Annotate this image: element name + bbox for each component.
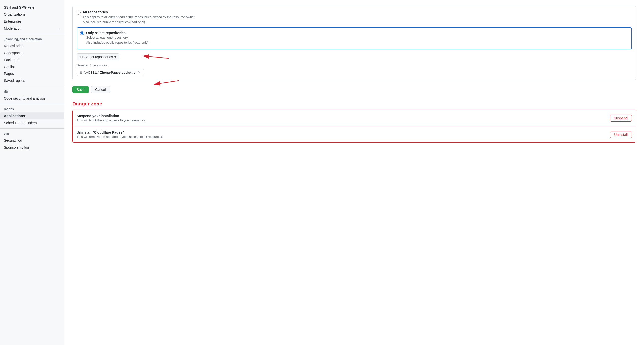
repository-access-card: All repositories This applies to all cur…: [72, 6, 636, 80]
uninstall-row: Uninstall "Cloudflare Pages" This will r…: [73, 126, 636, 142]
selected-repo-tag: ⊟ AACS111/Zheng-Pages-docker.io ✕: [77, 69, 144, 76]
repo-tag-prefix: AACS111/: [84, 71, 99, 75]
desc-text-1: This applies to all current: [82, 15, 118, 19]
sidebar-item-ssh-gpg-keys[interactable]: SSH and GPG keys: [0, 4, 64, 11]
sidebar-item-codespaces[interactable]: Codespaces: [0, 49, 64, 56]
all-repositories-label-container: All repositories This applies to all cur…: [82, 10, 196, 24]
repo-tag-name: Zheng-Pages-docker.io: [100, 71, 136, 75]
sidebar-item-packages[interactable]: Packages: [0, 56, 64, 63]
sidebar-item-sponsorship-log[interactable]: Sponsorship log: [0, 144, 64, 151]
only-select-description: Select at least one repository. Also inc…: [86, 35, 149, 45]
sidebar-item-copilot[interactable]: Copilot: [0, 63, 64, 70]
section-header-security: rity: [0, 88, 64, 95]
only-select-label-container: Only select repositories Select at least…: [86, 31, 149, 45]
sidebar-item-enterprises[interactable]: Enterprises: [0, 18, 64, 25]
only-select-desc-1: Select at least one repository.: [86, 36, 128, 40]
suspend-description: This will block the app access to your r…: [77, 118, 146, 122]
danger-zone-section: Danger zone Suspend your installation Th…: [72, 101, 636, 143]
save-button[interactable]: Save: [72, 86, 89, 93]
all-repositories-option: All repositories This applies to all cur…: [77, 10, 632, 24]
select-repos-dropdown-icon: ▾: [114, 55, 116, 59]
only-select-radio[interactable]: [80, 31, 84, 35]
uninstall-title: Uninstall "Cloudflare Pages": [77, 130, 163, 134]
sidebar-item-moderation[interactable]: Moderation ∨: [0, 25, 64, 32]
section-header-archives: ves: [0, 131, 64, 137]
sidebar-divider-2: [0, 86, 64, 86]
only-select-option: Only select repositories Select at least…: [80, 31, 628, 45]
main-content: All repositories This applies to all cur…: [64, 0, 644, 345]
svg-line-3: [154, 81, 178, 84]
sidebar-item-scheduled-reminders[interactable]: Scheduled reminders: [0, 119, 64, 126]
sidebar-item-saved-replies[interactable]: Saved replies: [0, 77, 64, 84]
form-actions: Save Cancel: [72, 86, 636, 93]
all-repositories-label: All repositories: [82, 10, 196, 14]
sidebar-item-organizations[interactable]: Organizations: [0, 11, 64, 18]
sidebar-item-applications[interactable]: Applications: [0, 112, 64, 119]
uninstall-description: This will remove the app and revoke acce…: [77, 135, 163, 139]
desc-text-2: future repositories owned by the resourc…: [126, 15, 195, 19]
sidebar-divider-1: [0, 34, 64, 34]
sidebar-divider-3: [0, 104, 64, 104]
desc-text-3: Also includes public repositories (read-…: [82, 20, 146, 24]
danger-zone-card: Suspend your installation This will bloc…: [72, 110, 636, 143]
cancel-button[interactable]: Cancel: [91, 86, 110, 93]
suspend-title: Suspend your installation: [77, 114, 146, 118]
moderation-label: Moderation: [4, 26, 21, 30]
suspend-info: Suspend your installation This will bloc…: [77, 114, 146, 122]
remove-repo-button[interactable]: ✕: [137, 71, 141, 75]
uninstall-info: Uninstall "Cloudflare Pages" This will r…: [77, 130, 163, 139]
only-select-repositories-box: Only select repositories Select at least…: [77, 27, 632, 49]
selected-repo-count: Selected 1 repository.: [77, 63, 632, 67]
danger-zone-title: Danger zone: [72, 101, 636, 107]
chevron-down-icon: ∨: [58, 27, 60, 30]
only-select-desc-2: Also includes public repositories (read-…: [86, 41, 149, 45]
desc-italic: and: [119, 15, 125, 19]
section-header-integrations: rations: [0, 106, 64, 112]
sidebar-item-pages[interactable]: Pages: [0, 70, 64, 77]
uninstall-button[interactable]: Uninstall: [610, 131, 632, 138]
all-repositories-description: This applies to all current and future r…: [82, 15, 196, 24]
select-repositories-button[interactable]: ⊟ Select repositories ▾: [77, 53, 119, 60]
repo-tag-icon: ⊟: [80, 71, 82, 75]
sidebar-item-code-security[interactable]: Code security and analysis: [0, 95, 64, 102]
sidebar-item-security-log[interactable]: Security log: [0, 137, 64, 144]
sidebar-divider-4: [0, 128, 64, 129]
section-header-planning: , planning, and automation: [0, 36, 64, 43]
sidebar-item-repositories[interactable]: Repositories: [0, 43, 64, 49]
suspend-button[interactable]: Suspend: [610, 115, 632, 122]
repo-icon: ⊟: [80, 55, 83, 59]
suspend-row: Suspend your installation This will bloc…: [73, 110, 636, 126]
all-repositories-radio[interactable]: [77, 11, 80, 15]
only-select-label: Only select repositories: [86, 31, 149, 35]
sidebar: SSH and GPG keys Organizations Enterpris…: [0, 0, 64, 345]
select-repos-btn-label: Select repositories: [84, 55, 113, 59]
